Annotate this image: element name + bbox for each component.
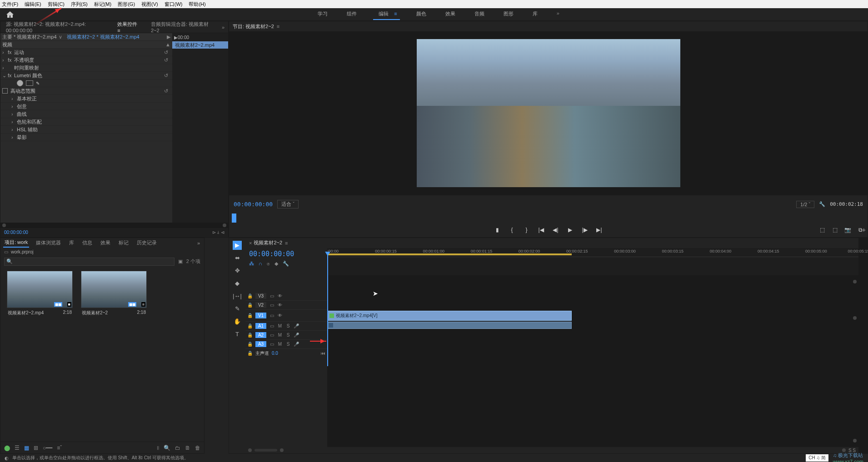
menu-clip[interactable]: 剪辑(C): [48, 1, 65, 8]
sync-lock-icon[interactable]: ▭: [269, 333, 274, 338]
reset-icon[interactable]: ↺: [164, 50, 170, 55]
mute-icon[interactable]: M: [277, 342, 283, 347]
work-area-bar[interactable]: [327, 253, 572, 255]
play-icon[interactable]: ▶: [567, 226, 574, 233]
lock-icon[interactable]: 🔒: [247, 313, 253, 318]
resolution-dropdown[interactable]: 1/2 ˇ: [796, 201, 814, 208]
ws-overflow-icon[interactable]: »: [554, 9, 562, 20]
sync-lock-icon[interactable]: ▭: [269, 313, 274, 318]
voice-icon[interactable]: 🎤: [294, 333, 299, 338]
find-icon[interactable]: 🔍: [164, 445, 170, 451]
automate-icon[interactable]: ⫴: [157, 445, 159, 451]
lumetri-basic[interactable]: ›基本校正: [0, 95, 172, 103]
sync-lock-icon[interactable]: ▭: [269, 303, 274, 308]
step-fwd-icon[interactable]: |▶: [581, 226, 589, 233]
lock-icon[interactable]: 🔒: [247, 333, 253, 338]
audio-mixer-tab[interactable]: 音频剪辑混合器: 视频素材2~2: [149, 20, 215, 34]
skip-icon[interactable]: ⏮: [321, 351, 325, 356]
ws-color[interactable]: 颜色: [414, 9, 429, 20]
menu-file[interactable]: 文件(F): [2, 1, 18, 8]
mask-rect-icon[interactable]: [26, 80, 33, 86]
selection-tool-icon[interactable]: ▶: [233, 241, 242, 250]
reset-icon[interactable]: ↺: [164, 88, 170, 94]
ws-audio[interactable]: 音频: [472, 9, 487, 20]
fx-time-remap[interactable]: › 时间重映射: [0, 64, 172, 72]
fx-motion[interactable]: ›fx 运动 ↺: [0, 49, 172, 56]
mute-icon[interactable]: M: [277, 333, 283, 338]
fit-dropdown[interactable]: 适合 ˇ: [277, 200, 299, 209]
solo-icon[interactable]: S: [285, 333, 291, 338]
export-frame-icon[interactable]: 📷: [844, 226, 851, 233]
list-view-icon[interactable]: ☰: [15, 445, 20, 451]
mark-out-icon[interactable]: }: [523, 226, 530, 233]
tab-libraries[interactable]: 库: [68, 238, 75, 247]
type-tool-icon[interactable]: T: [233, 330, 242, 339]
ec-timecode[interactable]: 00:00:00:00: [4, 230, 28, 235]
timeline-ruler[interactable]: :00:00 00:00:00:15 00:00:01:00 00:00:01:…: [327, 248, 858, 257]
track-v1[interactable]: 🔒 V1 ▭ 👁: [245, 310, 327, 322]
tab-history[interactable]: 历史记录: [135, 238, 158, 247]
ws-libraries[interactable]: 库: [530, 9, 540, 20]
razor-tool-icon[interactable]: ◆: [233, 279, 242, 288]
audio-clip[interactable]: [327, 322, 572, 329]
reset-icon[interactable]: ↺: [164, 73, 170, 79]
clip-thumbnail[interactable]: ◼◼■: [7, 271, 73, 308]
tab-info[interactable]: 信息: [81, 238, 94, 247]
sequence-tab[interactable]: 视频素材2~2: [254, 239, 282, 246]
tab-markers[interactable]: 标记: [117, 238, 130, 247]
eye-icon[interactable]: 👁: [277, 303, 283, 308]
lumetri-curves[interactable]: ›曲线: [0, 110, 172, 118]
playhead[interactable]: [327, 253, 328, 366]
hdr-checkbox[interactable]: [2, 88, 8, 94]
lumetri-creative[interactable]: ›创意: [0, 103, 172, 110]
active-clip-label[interactable]: 视频素材2~2 * 视频素材2~2.mp4: [67, 34, 140, 40]
reset-icon[interactable]: ↺: [164, 57, 170, 63]
add-button-icon[interactable]: +: [862, 226, 866, 233]
zoom-handle[interactable]: [248, 448, 252, 452]
goto-out-icon[interactable]: ▶|: [596, 226, 603, 233]
eye-icon[interactable]: 👁: [277, 313, 283, 318]
program-timecode[interactable]: 00:00:00:00: [234, 201, 273, 208]
source-overflow-icon[interactable]: »: [222, 25, 224, 30]
menu-edit[interactable]: 编辑(E): [25, 1, 41, 8]
sort-icon[interactable]: ≡ˇ: [57, 445, 62, 451]
home-button[interactable]: [5, 10, 15, 19]
wrench-icon[interactable]: 🔧: [819, 201, 825, 207]
freeform-view-icon[interactable]: ⊞: [34, 445, 38, 451]
main-clip-label[interactable]: 主要 * 视频素材2~2.mp4: [2, 34, 57, 40]
scrubber-handle[interactable]: [232, 214, 236, 223]
lock-icon[interactable]: 🔒: [247, 351, 253, 356]
lock-icon[interactable]: 🔒: [247, 293, 253, 298]
hand-tool-icon[interactable]: ✋: [233, 317, 242, 326]
zoom-handle[interactable]: [280, 448, 284, 452]
tab-media-browser[interactable]: 媒体浏览器: [35, 238, 62, 247]
menu-graphics[interactable]: 图形(G): [118, 1, 135, 8]
solo-icon[interactable]: S: [285, 342, 291, 347]
menu-window[interactable]: 窗口(W): [165, 1, 183, 8]
ec-right-clip-block[interactable]: 视频素材2~2.mp4: [172, 41, 228, 49]
trash-icon[interactable]: 🗑: [195, 445, 200, 451]
ripple-tool-icon[interactable]: ✥: [233, 266, 242, 275]
program-viewport[interactable]: [229, 31, 868, 195]
extract-icon[interactable]: ⬚: [831, 226, 838, 233]
ws-effects[interactable]: 效果: [443, 9, 458, 20]
mute-icon[interactable]: M: [277, 323, 283, 328]
video-section[interactable]: 视频 ▲: [0, 41, 172, 49]
linked-selection-icon[interactable]: ∩: [259, 261, 262, 267]
video-clip[interactable]: 视频素材2~2.mp4[V]: [327, 311, 572, 321]
new-item-icon[interactable]: 🗎: [185, 445, 190, 451]
track-a2[interactable]: 🔒 A2 ▭ M S 🎤: [245, 331, 327, 340]
track-a3[interactable]: 🔒 A3 ▭ M S 🎤: [245, 340, 327, 349]
tab-effects[interactable]: 效果: [99, 238, 112, 247]
track-v3[interactable]: 🔒 V3 ▭ 👁: [245, 292, 327, 301]
new-bin2-icon[interactable]: 🗀: [175, 445, 180, 451]
icon-view-icon[interactable]: ▦: [24, 445, 29, 451]
voice-icon[interactable]: 🎤: [294, 323, 299, 328]
lumetri-hsl[interactable]: ›HSL 辅助: [0, 126, 172, 134]
lock-icon[interactable]: 🔒: [247, 342, 253, 347]
track-select-tool-icon[interactable]: ⬌: [233, 253, 242, 263]
project-item[interactable]: ◼◼≡ 视频素材2~2 2:18: [81, 271, 147, 318]
snap-icon[interactable]: ⁂: [249, 261, 254, 267]
mix-track[interactable]: 🔒 主声道 0.0 ⏮: [245, 349, 327, 358]
lumetri-vignette[interactable]: ›晕影: [0, 134, 172, 141]
